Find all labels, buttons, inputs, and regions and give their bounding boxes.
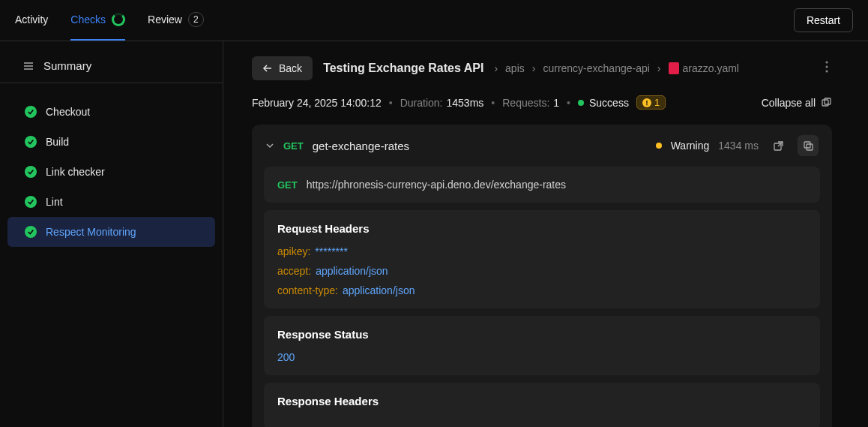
warning-icon xyxy=(642,98,651,107)
sidebar-item-lint[interactable]: Lint xyxy=(7,187,215,217)
operation-name: get-exchange-rates xyxy=(313,140,409,152)
header-value: application/json xyxy=(343,284,415,296)
tab-review[interactable]: Review 2 xyxy=(148,1,204,41)
header-key: apikey: xyxy=(277,245,310,257)
timestamp: February 24, 2025 14:00:12 xyxy=(252,97,382,109)
breadcrumb-file-name: arazzo.yaml xyxy=(683,62,739,74)
check-circle-icon xyxy=(25,166,37,178)
page-header: Back Testing Exchange Rates API › apis ›… xyxy=(223,41,861,95)
svg-rect-14 xyxy=(804,142,810,148)
requests-value: 1 xyxy=(553,97,559,109)
check-circle-icon xyxy=(25,106,37,118)
separator-dot: • xyxy=(567,97,570,109)
success-dot-icon xyxy=(578,100,584,106)
top-tabs: Activity Checks Review 2 Restart xyxy=(0,0,868,41)
sidebar-item-label: Checkout xyxy=(46,106,90,118)
sidebar-item-checkout[interactable]: Checkout xyxy=(7,97,215,127)
header-row: accept: application/json xyxy=(277,265,807,277)
breadcrumb: › apis › currency-exchange-api › arazzo.… xyxy=(494,62,739,74)
metadata-row: February 24, 2025 14:00:12 • Duration: 1… xyxy=(223,95,861,125)
duration-label: Duration: xyxy=(400,97,443,109)
back-button[interactable]: Back xyxy=(252,56,313,80)
separator-dot: • xyxy=(389,97,393,109)
chevron-right-icon: › xyxy=(657,62,661,74)
header-row: content-type: application/json xyxy=(277,284,807,296)
page-title: Testing Exchange Rates API xyxy=(323,62,483,75)
response-status-code: 200 xyxy=(277,351,807,363)
request-card: GET get-exchange-rates Warning 1434 ms G… xyxy=(252,125,832,427)
copy-button[interactable] xyxy=(798,135,819,156)
external-link-icon xyxy=(773,140,784,152)
header-row: apikey: ******** xyxy=(277,245,807,257)
summary-header[interactable]: Summary xyxy=(0,49,223,83)
response-status-title: Response Status xyxy=(277,328,807,341)
svg-rect-15 xyxy=(807,144,813,150)
warning-count-badge: 1 xyxy=(636,95,666,110)
svg-point-6 xyxy=(826,70,828,72)
duration-value: 1453ms xyxy=(447,97,484,109)
tab-checks-label: Checks xyxy=(70,14,106,26)
warning-dot-icon xyxy=(656,143,662,149)
check-circle-icon xyxy=(25,136,37,148)
response-status-section: Response Status 200 xyxy=(264,316,820,375)
tab-activity-label: Activity xyxy=(15,14,48,26)
warning-label: Warning xyxy=(671,140,710,152)
copy-icon xyxy=(803,140,814,152)
breadcrumb-apis[interactable]: apis xyxy=(505,62,525,74)
check-circle-icon xyxy=(25,196,37,208)
restart-button[interactable]: Restart xyxy=(794,8,853,32)
card-header[interactable]: GET get-exchange-rates Warning 1434 ms xyxy=(252,125,832,167)
more-options-button[interactable] xyxy=(822,57,832,80)
header-value: ******** xyxy=(315,245,348,257)
body-row: Summary Checkout Build Link checker Lint… xyxy=(0,41,868,427)
back-label: Back xyxy=(279,62,302,74)
collapse-all-button[interactable]: Collapse all xyxy=(762,97,832,109)
svg-rect-11 xyxy=(825,98,831,104)
chevron-down-icon xyxy=(265,141,274,150)
request-timing: 1434 ms xyxy=(718,140,759,152)
svg-point-4 xyxy=(826,61,828,63)
sidebar-item-label: Build xyxy=(46,136,69,148)
requests-label: Requests: xyxy=(502,97,549,109)
sidebar-item-label: Link checker xyxy=(46,166,105,178)
tab-review-label: Review xyxy=(148,14,182,26)
header-key: content-type: xyxy=(277,284,338,296)
summary-label: Summary xyxy=(43,59,91,72)
sidebar-item-build[interactable]: Build xyxy=(7,127,215,157)
collapse-icon xyxy=(822,98,832,108)
spinner-icon xyxy=(112,13,125,26)
sidebar-item-label: Lint xyxy=(46,196,63,208)
sidebar-item-label: Respect Monitoring xyxy=(46,226,136,238)
separator-dot: • xyxy=(491,97,495,109)
arrow-left-icon xyxy=(262,63,273,74)
check-circle-icon xyxy=(25,226,37,238)
sidebar: Summary Checkout Build Link checker Lint… xyxy=(0,41,223,427)
http-method: GET xyxy=(283,140,304,152)
sidebar-item-respect-monitoring[interactable]: Respect Monitoring xyxy=(7,217,215,247)
tab-activity[interactable]: Activity xyxy=(15,1,48,41)
header-key: accept: xyxy=(277,265,311,277)
warning-count: 1 xyxy=(654,97,660,108)
url-method: GET xyxy=(277,179,298,191)
open-external-button[interactable] xyxy=(768,135,789,156)
tab-checks[interactable]: Checks xyxy=(70,1,125,41)
url-section: GET https://phronesis-currency-api.deno.… xyxy=(264,167,820,203)
svg-point-5 xyxy=(826,65,828,68)
request-headers-section: Request Headers apikey: ******** accept:… xyxy=(264,210,820,308)
sidebar-item-link-checker[interactable]: Link checker xyxy=(7,157,215,187)
response-headers-section: Response Headers xyxy=(264,383,820,427)
svg-rect-10 xyxy=(822,100,828,106)
breadcrumb-api-name[interactable]: currency-exchange-api xyxy=(543,62,649,74)
svg-rect-8 xyxy=(646,101,648,104)
kebab-icon xyxy=(825,61,828,73)
header-value: application/json xyxy=(316,265,388,277)
breadcrumb-file[interactable]: arazzo.yaml xyxy=(669,62,739,74)
file-icon xyxy=(669,62,679,74)
collapse-all-label: Collapse all xyxy=(762,97,816,109)
menu-icon xyxy=(22,60,34,72)
svg-line-13 xyxy=(778,142,783,146)
sidebar-items: Checkout Build Link checker Lint Respect… xyxy=(0,97,223,247)
svg-point-9 xyxy=(646,104,648,105)
success-label: Success xyxy=(589,97,629,109)
request-url: https://phronesis-currency-api.deno.dev/… xyxy=(307,179,566,191)
